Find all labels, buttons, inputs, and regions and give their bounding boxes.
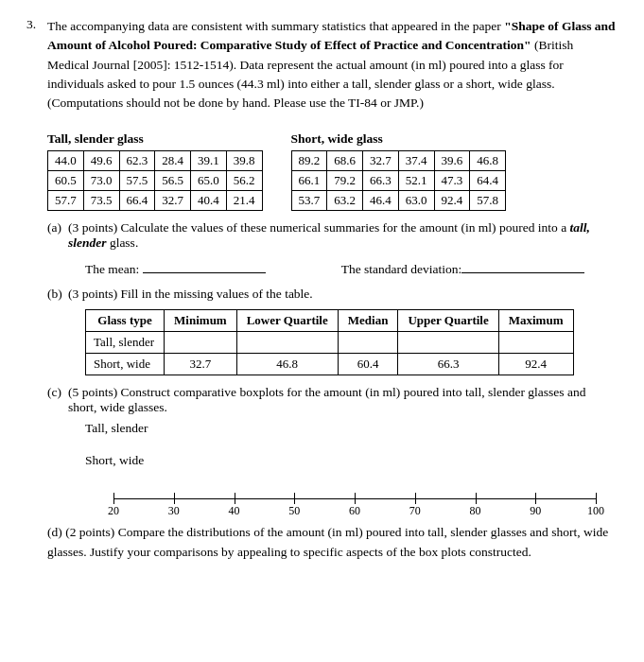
part-a-letter: (a) — [47, 220, 62, 251]
part-d: (d) (2 points) Compare the distributions… — [47, 523, 618, 562]
table-cell: 53.7 — [291, 191, 327, 211]
summary-cell: Tall, slender — [86, 332, 165, 354]
summary-header: Minimum — [165, 310, 237, 332]
axis-tick-label: 40 — [229, 504, 240, 518]
tall-slender-label: Tall, slender glass — [47, 131, 263, 147]
tall-slender-section: Tall, slender glass 44.049.662.328.439.1… — [47, 131, 263, 211]
summary-cell — [338, 332, 398, 354]
axis-tick-label: 20 — [108, 504, 119, 518]
axis-container: 2030405060708090100 — [85, 485, 605, 514]
table-cell: 47.3 — [434, 171, 470, 191]
axis-tick — [235, 493, 235, 504]
short-wide-section: Short, wide glass 89.268.632.737.439.646… — [291, 131, 507, 211]
axis-tick — [476, 493, 477, 504]
axis-ticks: 2030405060708090100 — [113, 485, 596, 514]
table-cell: 28.4 — [155, 151, 191, 171]
table-cell: 73.0 — [83, 171, 119, 191]
part-a-label-row: (a) (3 points) Calculate the values of t… — [47, 220, 618, 251]
part-a-points: 3 points — [73, 220, 113, 235]
summary-header: Lower Quartile — [236, 310, 338, 332]
axis-tick-label: 80 — [470, 504, 481, 518]
summary-cell — [398, 332, 498, 354]
table-cell: 57.7 — [48, 191, 84, 211]
mean-field — [143, 258, 266, 273]
table-cell: 64.4 — [470, 171, 506, 191]
table-cell: 62.3 — [119, 151, 155, 171]
table-cell: 57.8 — [470, 191, 506, 211]
intro-text: The accompanying data are consistent wit… — [47, 19, 504, 33]
part-d-content: (2 points) Compare the distributions of … — [47, 525, 608, 558]
table-cell: 66.3 — [363, 171, 399, 191]
axis-tick-label: 50 — [288, 504, 300, 518]
table-cell: 63.0 — [398, 191, 434, 211]
table-cell: 32.7 — [363, 151, 399, 171]
table-cell: 56.5 — [155, 171, 191, 191]
table-cell: 39.6 — [434, 151, 470, 171]
std-field — [461, 258, 584, 273]
part-b: (b) (3 points) Fill in the missing value… — [47, 287, 618, 375]
summary-header: Upper Quartile — [398, 310, 498, 332]
axis-tick-label: 60 — [349, 504, 360, 518]
problem-number: 3. — [26, 17, 42, 122]
table-cell: 60.5 — [48, 171, 84, 191]
axis-tick-label: 70 — [409, 504, 421, 518]
std-label: The standard deviation: — [341, 258, 584, 277]
table-cell: 52.1 — [398, 171, 434, 191]
part-a: (a) (3 points) Calculate the values of t… — [47, 220, 618, 277]
problem-text: The accompanying data are consistent wit… — [47, 17, 618, 113]
summary-cell: Short, wide — [86, 354, 165, 375]
axis-tick — [535, 493, 536, 504]
summary-cell: 66.3 — [398, 354, 498, 375]
table-cell: 32.7 — [155, 191, 191, 211]
axis-tick — [174, 493, 175, 504]
table-cell: 63.2 — [327, 191, 363, 211]
summary-cell — [498, 332, 573, 354]
boxplot-labels: Tall, slender Short, wide — [85, 421, 618, 468]
part-c-points: 5 points — [73, 385, 113, 399]
summary-cell — [165, 332, 237, 354]
summary-cell: 60.4 — [338, 354, 398, 375]
part-c-letter: (c) — [47, 385, 62, 415]
part-b-letter: (b) — [47, 287, 62, 302]
table-cell: 92.4 — [434, 191, 470, 211]
axis-tick — [113, 493, 114, 504]
mean-std-line: The mean: The standard deviation: — [85, 258, 618, 277]
table-cell: 68.6 — [327, 151, 363, 171]
axis-tick — [355, 493, 356, 504]
summary-table: Glass typeMinimumLower QuartileMedianUpp… — [85, 309, 574, 375]
axis-tick — [596, 493, 597, 504]
axis-tick — [415, 493, 416, 504]
summary-cell — [236, 332, 338, 354]
table-cell: 65.0 — [191, 171, 227, 191]
data-tables: Tall, slender glass 44.049.662.328.439.1… — [47, 131, 618, 211]
summary-header: Median — [338, 310, 398, 332]
table-cell: 66.1 — [291, 171, 327, 191]
part-b-label-row: (b) (3 points) Fill in the missing value… — [47, 287, 618, 302]
table-cell: 79.2 — [327, 171, 363, 191]
axis-tick-label: 90 — [530, 504, 541, 518]
table-cell: 46.8 — [470, 151, 506, 171]
table-cell: 44.0 — [48, 151, 84, 171]
table-cell: 56.2 — [226, 171, 262, 191]
axis-tick-label: 30 — [168, 504, 180, 518]
part-b-points: 3 points — [73, 287, 113, 301]
table-cell: 40.4 — [191, 191, 227, 211]
table-cell: 37.4 — [398, 151, 434, 171]
table-cell: 73.5 — [83, 191, 119, 211]
short-wide-bp-label: Short, wide — [85, 453, 618, 468]
mean-label: The mean: — [85, 258, 266, 277]
table-cell: 89.2 — [291, 151, 327, 171]
short-wide-table: 89.268.632.737.439.646.866.179.266.352.1… — [291, 150, 507, 211]
summary-cell: 46.8 — [236, 354, 338, 375]
axis-tick-label: 100 — [587, 504, 604, 518]
table-cell: 21.4 — [226, 191, 262, 211]
axis-tick — [294, 493, 295, 504]
summary-header: Maximum — [498, 310, 573, 332]
tall-slender-bp-label: Tall, slender — [85, 421, 618, 436]
table-cell: 66.4 — [119, 191, 155, 211]
part-c: (c) (5 points) Construct comparative box… — [47, 385, 618, 514]
table-cell: 39.1 — [191, 151, 227, 171]
part-b-text: (3 points) Fill in the missing values of… — [68, 287, 313, 302]
table-cell: 39.8 — [226, 151, 262, 171]
summary-cell: 32.7 — [165, 354, 237, 375]
